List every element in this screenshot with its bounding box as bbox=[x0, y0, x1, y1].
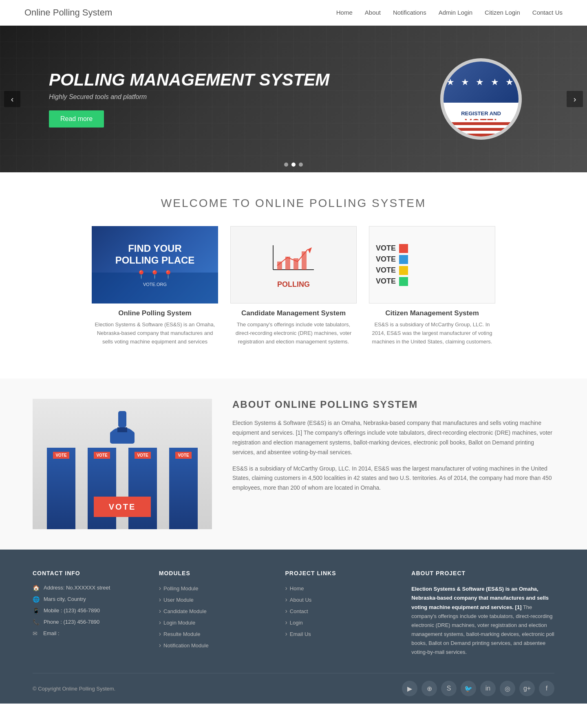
social-facebook[interactable]: f bbox=[539, 681, 554, 696]
project-link-contact[interactable]: Contact bbox=[285, 607, 395, 615]
badge-register-text: REGISTER AND bbox=[461, 110, 501, 117]
about-para-2: ES&S is a subsidiary of McCarthy Group, … bbox=[232, 464, 554, 493]
vote-org-label: VOTE.ORG bbox=[143, 282, 167, 287]
project-link-about[interactable]: About Us bbox=[285, 596, 395, 603]
module-candidate[interactable]: Candidate Module bbox=[159, 607, 269, 615]
card-img-polling: FIND YOURPOLLING PLACE 📍 📍 📍 VOTE.ORG bbox=[92, 226, 218, 304]
module-login[interactable]: Login Module bbox=[159, 619, 269, 626]
pin-icons: 📍 📍 📍 bbox=[136, 270, 173, 279]
dot-3[interactable] bbox=[299, 163, 303, 167]
nav-links: Home About Notifications Admin Login Cit… bbox=[336, 9, 563, 16]
social-icons-row: ▶ ⊕ S 🐦 in ◎ g+ f bbox=[402, 681, 554, 696]
svg-rect-7 bbox=[118, 411, 126, 427]
svg-marker-2 bbox=[308, 247, 312, 253]
card-img-candidate: POLLING bbox=[230, 226, 357, 304]
module-user[interactable]: User Module bbox=[159, 596, 269, 603]
phone-icon: 📞 bbox=[33, 619, 40, 625]
hero-next-button[interactable]: › bbox=[567, 91, 583, 107]
about-image: VOTE VOTE VOTE bbox=[33, 399, 212, 529]
footer-copyright: © Copyright Online Polling System. bbox=[33, 686, 115, 692]
social-twitter[interactable]: 🐦 bbox=[461, 681, 476, 696]
hero-subtitle: Highly Secured tools and platform bbox=[49, 93, 440, 101]
contact-phone-text: Phone : (123) 456-7890 bbox=[44, 619, 99, 625]
footer-about-project-title: ABOUT PROJECT bbox=[411, 570, 554, 576]
nav-contact-us[interactable]: Contact Us bbox=[532, 9, 563, 16]
polling-chart-label: POLLING bbox=[277, 280, 310, 289]
card-citizen: VOTE VOTE VOTE VOTE Citizen Management S… bbox=[369, 226, 495, 346]
social-github[interactable]: ⊕ bbox=[421, 681, 437, 696]
globe-icon: 🌐 bbox=[33, 596, 40, 603]
svg-rect-6 bbox=[302, 251, 307, 270]
hero-content: POLLING MANAGEMENT SYSTEM Highly Secured… bbox=[0, 70, 440, 128]
project-links-list: Home About Us Contact Login Email Us bbox=[285, 585, 395, 638]
card-img-citizen: VOTE VOTE VOTE VOTE bbox=[369, 226, 495, 304]
hero-badge: ★ ★ ★ ★ ★ REGISTER AND VOTE! bbox=[440, 58, 522, 140]
welcome-section: WELCOME TO ONLINE POLLING SYSTEM FIND YO… bbox=[0, 172, 587, 378]
contact-phone: 📞 Phone : (123) 456-7890 bbox=[33, 619, 143, 625]
contact-city-text: Mars city, Country bbox=[44, 596, 86, 602]
hand-svg bbox=[102, 411, 143, 452]
about-section: VOTE VOTE VOTE bbox=[0, 378, 587, 550]
social-linkedin[interactable]: in bbox=[480, 681, 496, 696]
footer-grid: CONTACT INFO 🏠 Address: No.XXXXXX street… bbox=[33, 570, 554, 657]
footer-bottom: © Copyright Online Polling System. ▶ ⊕ S… bbox=[33, 673, 554, 704]
find-polling-label: FIND YOURPOLLING PLACE bbox=[115, 243, 195, 266]
hero-title: POLLING MANAGEMENT SYSTEM bbox=[49, 70, 440, 89]
about-para-1: Election Systems & Software (ES&S) is an… bbox=[232, 418, 554, 457]
social-dribbble[interactable]: ◎ bbox=[500, 681, 515, 696]
svg-rect-5 bbox=[294, 258, 298, 270]
contact-address: 🏠 Address: No.XXXXXX street bbox=[33, 585, 143, 591]
social-youtube[interactable]: ▶ bbox=[402, 681, 417, 696]
hero-section: ‹ POLLING MANAGEMENT SYSTEM Highly Secur… bbox=[0, 26, 587, 172]
badge-stars: ★ ★ ★ ★ ★ bbox=[444, 62, 519, 103]
footer-about-project-text: Election Systems & Software (ES&S) is an… bbox=[411, 585, 554, 657]
dot-2[interactable] bbox=[291, 163, 296, 167]
brand-logo: Online Polling System bbox=[24, 7, 112, 18]
modules-list: Polling Module User Module Candidate Mod… bbox=[159, 585, 269, 649]
hero-dots bbox=[284, 163, 303, 167]
nav-notifications[interactable]: Notifications bbox=[393, 9, 426, 16]
card-polling: FIND YOURPOLLING PLACE 📍 📍 📍 VOTE.ORG On… bbox=[92, 226, 218, 346]
module-resulte[interactable]: Resulte Module bbox=[159, 630, 269, 638]
nav-about[interactable]: About bbox=[365, 9, 381, 16]
mobile-icon: 📱 bbox=[33, 607, 40, 614]
vote-box: VOTE bbox=[94, 497, 151, 517]
pin-icon-2: 📍 bbox=[150, 270, 160, 279]
footer-contact-col: CONTACT INFO 🏠 Address: No.XXXXXX street… bbox=[33, 570, 143, 657]
footer-project-col: PROJECT LINKS Home About Us Contact Logi… bbox=[285, 570, 395, 657]
card-polling-desc: Election Systems & Software (ES&S) is an… bbox=[92, 321, 218, 346]
project-link-email[interactable]: Email Us bbox=[285, 630, 395, 638]
nav-citizen-login[interactable]: Citizen Login bbox=[485, 9, 520, 16]
hero-read-more-button[interactable]: Read more bbox=[49, 110, 104, 128]
pin-icon-3: 📍 bbox=[163, 270, 173, 279]
dot-1[interactable] bbox=[284, 163, 288, 167]
home-icon: 🏠 bbox=[33, 585, 40, 591]
booth-2: VOTE bbox=[88, 448, 116, 529]
module-polling[interactable]: Polling Module bbox=[159, 585, 269, 592]
svg-rect-3 bbox=[277, 262, 282, 270]
booth-sign-4: VOTE bbox=[175, 452, 191, 459]
svg-rect-4 bbox=[285, 257, 290, 270]
email-icon: ✉ bbox=[33, 630, 39, 637]
about-text-area: ABOUT ONLINE POLLING SYSTEM Election Sys… bbox=[232, 399, 554, 499]
chart-svg bbox=[269, 241, 318, 274]
contact-mobile-text: Mobile : (123) 456-7890 bbox=[44, 607, 100, 614]
contact-mobile: 📱 Mobile : (123) 456-7890 bbox=[33, 607, 143, 614]
hero-prev-button[interactable]: ‹ bbox=[4, 91, 20, 107]
contact-email-text: Email : bbox=[43, 630, 60, 636]
card-candidate-title: Candidate Management System bbox=[230, 309, 357, 317]
project-link-login[interactable]: Login bbox=[285, 619, 395, 626]
nav-home[interactable]: Home bbox=[336, 9, 353, 16]
project-link-home[interactable]: Home bbox=[285, 585, 395, 592]
svg-rect-10 bbox=[117, 427, 127, 432]
module-notification[interactable]: Notification Module bbox=[159, 642, 269, 649]
navbar: Online Polling System Home About Notific… bbox=[0, 0, 587, 26]
badge-stripes bbox=[444, 120, 519, 136]
pin-icon-1: 📍 bbox=[136, 270, 146, 279]
nav-admin-login[interactable]: Admin Login bbox=[439, 9, 472, 16]
about-title: ABOUT ONLINE POLLING SYSTEM bbox=[232, 399, 554, 410]
social-googleplus[interactable]: g+ bbox=[519, 681, 535, 696]
svg-rect-9 bbox=[110, 431, 135, 444]
social-skype[interactable]: S bbox=[441, 681, 457, 696]
booth-sign-1: VOTE bbox=[53, 452, 69, 459]
